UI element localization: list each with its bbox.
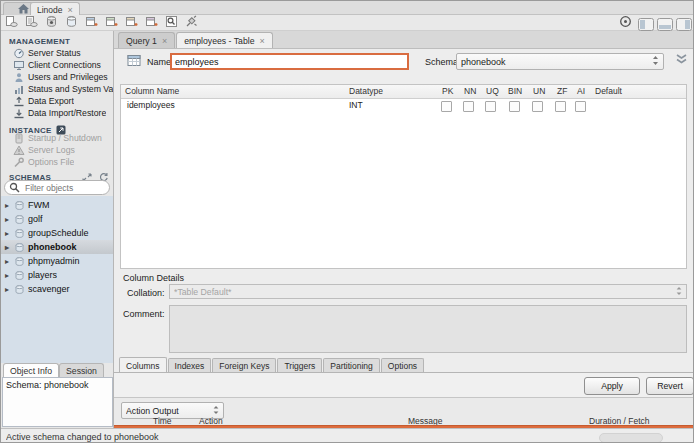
sidebar-item-status-system-variables[interactable]: Status and System Variables — [1, 83, 114, 95]
col-header-pk[interactable]: PK — [442, 86, 453, 96]
sidebar-item-label: Options File — [28, 157, 74, 167]
tab-label: Options — [388, 361, 417, 371]
cell-column-name[interactable]: idemployees — [127, 100, 175, 110]
create-function-button[interactable] — [141, 16, 161, 30]
open-sql-script-button[interactable] — [21, 16, 41, 30]
ai-checkbox[interactable] — [575, 101, 586, 112]
import-arrow-icon — [13, 108, 25, 119]
tab-session[interactable]: Session — [59, 363, 104, 378]
expand-arrow-icon[interactable]: ▸ — [5, 201, 13, 210]
tab-columns[interactable]: Columns — [119, 357, 167, 373]
collation-dropdown[interactable]: *Table Default* — [169, 284, 687, 299]
tab-triggers[interactable]: Triggers — [277, 358, 322, 373]
sidebar-item-data-export[interactable]: Data Export — [1, 95, 114, 107]
col-header-un[interactable]: UN — [533, 86, 545, 96]
create-schema-button[interactable] — [61, 16, 81, 30]
schema-row-phonebook[interactable]: ▸ phonebook — [1, 240, 114, 254]
col-header-column-name[interactable]: Column Name — [125, 86, 179, 96]
sidebar-item-server-logs[interactable]: Server Logs — [1, 144, 114, 156]
create-procedure-button[interactable] — [121, 16, 141, 30]
apply-button[interactable]: Apply — [584, 377, 640, 395]
status-text: Active schema changed to phonebook — [6, 432, 159, 442]
collapse-editor-header-button[interactable] — [670, 52, 693, 68]
new-sql-tab-button[interactable] — [1, 16, 21, 30]
schema-dropdown[interactable]: phonebook — [456, 53, 664, 70]
search-icon — [9, 182, 20, 193]
zf-checkbox[interactable] — [555, 101, 566, 112]
schema-inspector-icon — [45, 14, 58, 32]
bin-checkbox[interactable] — [509, 101, 520, 112]
sidebar-item-label: Server Status — [28, 48, 81, 58]
expand-arrow-icon[interactable]: ▸ — [5, 229, 13, 238]
server-box-icon — [13, 133, 25, 144]
cell-datatype[interactable]: INT — [349, 100, 363, 110]
col-header-datatype[interactable]: Datatype — [349, 86, 383, 96]
expand-arrow-icon[interactable]: ▸ — [5, 271, 13, 280]
schema-row-golf[interactable]: ▸ golf — [1, 212, 114, 226]
schema-cylinder-icon — [13, 242, 26, 253]
tab-label: Triggers — [284, 361, 315, 371]
un-checkbox[interactable] — [532, 101, 543, 112]
schema-name: groupSchedule — [28, 228, 89, 238]
search-data-button[interactable] — [161, 16, 181, 30]
columns-grid-header: Column Name Datatype PK NN UQ BIN UN ZF … — [121, 85, 686, 99]
close-tab-icon[interactable]: × — [162, 36, 167, 46]
table-name-input[interactable] — [170, 53, 409, 70]
show-schema-inspector-button[interactable] — [41, 16, 61, 30]
tab-indexes[interactable]: Indexes — [168, 358, 212, 373]
col-header-ai[interactable]: AI — [577, 86, 585, 96]
pk-checkbox[interactable] — [441, 101, 452, 112]
collation-value: *Table Default* — [174, 287, 676, 297]
sidebar-item-server-status[interactable]: Server Status — [1, 47, 114, 59]
nn-checkbox[interactable] — [463, 101, 474, 112]
tab-label: Query 1 — [126, 36, 157, 46]
schema-row-phpmyadmin[interactable]: ▸ phpmyadmin — [1, 254, 114, 268]
expand-arrow-icon[interactable]: ▸ — [5, 285, 13, 294]
expand-arrow-icon[interactable]: ▸ — [5, 215, 13, 224]
create-view-icon — [105, 14, 118, 32]
comment-textarea[interactable] — [169, 305, 687, 353]
schema-row-scavenger[interactable]: ▸ scavenger — [1, 282, 114, 296]
tab-options[interactable]: Options — [381, 358, 424, 373]
tab-object-info[interactable]: Object Info — [3, 363, 59, 378]
sidebar-item-client-connections[interactable]: Client Connections — [1, 59, 114, 71]
sidebar-item-users-privileges[interactable]: Users and Privileges — [1, 71, 114, 83]
schema-row-players[interactable]: ▸ players — [1, 268, 114, 282]
tab-query-1[interactable]: Query 1 × — [118, 32, 175, 48]
sidebar-item-data-import[interactable]: Data Import/Restore — [1, 107, 114, 119]
uq-checkbox[interactable] — [485, 101, 496, 112]
bar-chart-icon — [13, 84, 25, 95]
sidebar-item-options-file[interactable]: Options File — [1, 156, 114, 168]
schema-filter-input[interactable] — [23, 182, 107, 194]
toggle-secondary-sidebar-button[interactable] — [676, 17, 692, 30]
toggle-output-area-button[interactable] — [657, 17, 673, 30]
col-header-uq[interactable]: UQ — [486, 86, 499, 96]
schema-cylinder-icon — [13, 256, 26, 267]
expand-arrow-icon[interactable]: ▸ — [5, 257, 13, 266]
search-icon — [165, 14, 178, 32]
col-header-bin[interactable]: BIN — [508, 86, 522, 96]
schema-row-groupschedule[interactable]: ▸ groupSchedule — [1, 226, 114, 240]
reconnect-dbms-button[interactable] — [181, 16, 201, 30]
toolbar-right-group — [615, 16, 692, 30]
schema-row-fwm[interactable]: ▸ FWM — [1, 198, 114, 212]
schema-filter-box[interactable] — [4, 180, 110, 195]
help-context-button[interactable] — [615, 16, 635, 30]
create-view-button[interactable] — [101, 16, 121, 30]
tab-employees-table[interactable]: employees - Table × — [176, 32, 273, 48]
revert-button[interactable]: Revert — [646, 377, 694, 395]
col-header-nn[interactable]: NN — [464, 86, 476, 96]
col-header-default[interactable]: Default — [595, 86, 622, 96]
table-icon — [127, 53, 142, 71]
sidebar-item-label: Data Export — [28, 96, 74, 106]
col-header-zf[interactable]: ZF — [557, 86, 567, 96]
double-chevron-down-icon — [674, 51, 689, 69]
create-table-button[interactable] — [81, 16, 101, 30]
tab-partitioning[interactable]: Partitioning — [323, 358, 380, 373]
expand-arrow-icon[interactable]: ▸ — [5, 243, 13, 252]
toggle-sidebar-button[interactable] — [638, 17, 654, 30]
stepper-icon — [213, 405, 219, 417]
sidebar-item-startup-shutdown[interactable]: Startup / Shutdown — [1, 132, 114, 144]
close-tab-icon[interactable]: × — [260, 36, 265, 46]
tab-foreign-keys[interactable]: Foreign Keys — [212, 358, 276, 373]
